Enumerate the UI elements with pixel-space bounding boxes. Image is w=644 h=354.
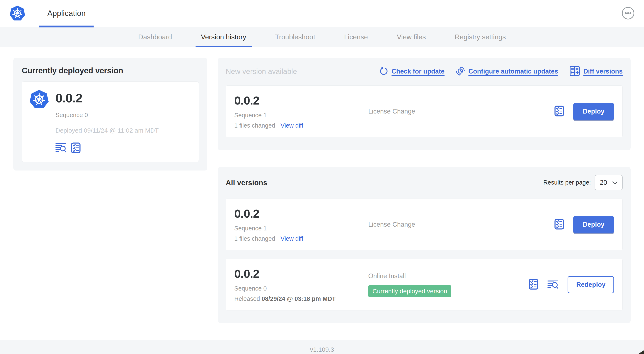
all-versions-title: All versions bbox=[226, 178, 267, 187]
preflight-checks-button[interactable] bbox=[71, 142, 80, 154]
app-title: Application bbox=[47, 9, 86, 18]
kubernetes-logo-icon bbox=[9, 6, 26, 21]
tab-view-files[interactable]: View files bbox=[391, 27, 431, 47]
view-diff-link[interactable]: View diff bbox=[280, 122, 303, 129]
checklist-icon bbox=[529, 279, 538, 290]
files-changed-text: 1 files changed bbox=[234, 235, 275, 242]
results-per-page-value: 20 bbox=[600, 179, 607, 186]
cursor-artifact bbox=[638, 350, 644, 354]
diff-icon bbox=[570, 66, 580, 77]
new-version-card: New version available Check for update bbox=[218, 58, 630, 150]
deployed-version-panel: 0.0.2 Sequence 0 Deployed 09/11/24 @ 11:… bbox=[22, 82, 199, 162]
results-per-page-label: Results per page: bbox=[543, 179, 591, 186]
diff-versions-link[interactable]: Diff versions bbox=[570, 66, 623, 77]
version-number: 0.0.2 bbox=[234, 267, 368, 280]
app-footer: v1.109.3 bbox=[0, 340, 644, 354]
version-sequence: Sequence 0 bbox=[234, 285, 368, 292]
deployed-sequence: Sequence 0 bbox=[56, 112, 159, 119]
refresh-icon bbox=[379, 67, 388, 76]
version-row-sequence-1: 0.0.2 Sequence 1 1 files changed View di… bbox=[226, 199, 623, 250]
overflow-menu-button[interactable] bbox=[622, 7, 635, 20]
tab-version-history[interactable]: Version history bbox=[196, 27, 252, 47]
all-versions-card: All versions Results per page: 20 bbox=[218, 167, 630, 323]
configure-automatic-updates-link[interactable]: Configure automatic updates bbox=[456, 66, 558, 77]
version-row-sequence-0: 0.0.2 Sequence 0 Released 08/29/24 @ 03:… bbox=[226, 259, 623, 310]
right-column: New version available Check for update bbox=[218, 58, 630, 323]
version-source: License Change bbox=[368, 221, 554, 228]
currently-deployed-badge: Currently deployed version bbox=[368, 285, 452, 297]
currently-deployed-card: Currently deployed version bbox=[14, 58, 207, 171]
app-subnav: Dashboard Version history Troubleshoot L… bbox=[0, 27, 644, 47]
logs-icon bbox=[548, 279, 558, 290]
app-title-tab[interactable]: Application bbox=[39, 0, 94, 27]
version-sequence: Sequence 1 bbox=[234, 225, 368, 232]
preflight-checks-button[interactable] bbox=[529, 279, 538, 290]
results-per-page-select[interactable]: 20 bbox=[594, 175, 623, 190]
preflight-checks-button[interactable] bbox=[554, 106, 564, 117]
deployed-timestamp: Deployed 09/11/24 @ 11:02 am MDT bbox=[56, 127, 159, 134]
checklist-icon bbox=[554, 219, 564, 230]
version-number: 0.0.2 bbox=[234, 94, 368, 107]
kots-admin-page: Application Dashboard Version history Tr… bbox=[0, 0, 644, 354]
scheduled-update-icon bbox=[456, 66, 465, 77]
main-content: Currently deployed version bbox=[0, 47, 644, 340]
deployed-version-number: 0.0.2 bbox=[56, 91, 159, 105]
tab-troubleshoot[interactable]: Troubleshoot bbox=[270, 27, 320, 47]
checklist-icon bbox=[71, 142, 80, 154]
chevron-down-icon bbox=[612, 179, 618, 186]
new-version-row: 0.0.2 Sequence 1 1 files changed View di… bbox=[226, 86, 623, 137]
checklist-icon bbox=[554, 106, 564, 117]
view-logs-button[interactable] bbox=[548, 279, 558, 290]
tab-dashboard[interactable]: Dashboard bbox=[133, 27, 177, 47]
left-column: Currently deployed version bbox=[14, 58, 207, 171]
kubernetes-app-icon bbox=[29, 90, 49, 154]
deploy-button[interactable]: Deploy bbox=[573, 103, 614, 120]
ellipsis-icon bbox=[622, 7, 635, 21]
tab-registry-settings[interactable]: Registry settings bbox=[449, 27, 511, 47]
version-sequence: Sequence 1 bbox=[234, 112, 368, 119]
released-timestamp: Released 08/29/24 @ 03:18 pm MDT bbox=[234, 295, 368, 302]
version-number: 0.0.2 bbox=[234, 207, 368, 220]
files-changed-text: 1 files changed bbox=[234, 122, 275, 129]
version-source: Online Install bbox=[368, 272, 529, 280]
currently-deployed-title: Currently deployed version bbox=[22, 66, 199, 75]
check-for-update-link[interactable]: Check for update bbox=[379, 67, 444, 76]
deploy-button[interactable]: Deploy bbox=[573, 216, 614, 233]
tab-license[interactable]: License bbox=[338, 27, 373, 47]
view-diff-link[interactable]: View diff bbox=[280, 235, 303, 242]
app-header: Application bbox=[0, 0, 644, 27]
view-logs-button[interactable] bbox=[56, 143, 66, 154]
redeploy-button[interactable]: Redeploy bbox=[568, 276, 614, 293]
new-version-title: New version available bbox=[226, 67, 297, 76]
admin-console-version: v1.109.3 bbox=[310, 346, 334, 353]
preflight-checks-button[interactable] bbox=[554, 219, 564, 230]
logs-icon bbox=[56, 143, 66, 154]
version-source: License Change bbox=[368, 108, 554, 115]
